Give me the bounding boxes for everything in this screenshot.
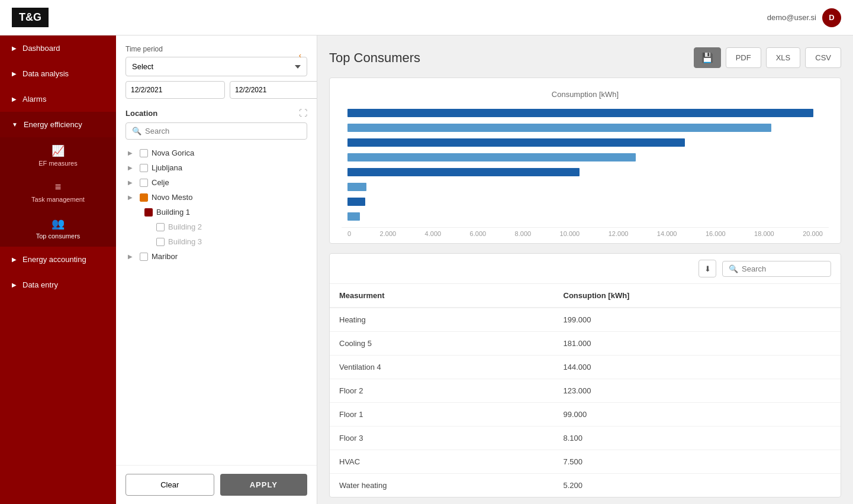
- filter-panel: ‹ Time period Select Location ⛶ 🔍: [116, 35, 317, 504]
- users-icon: 👥: [51, 217, 65, 230]
- sidebar-item-top-consumers[interactable]: 👥 Top consumers: [0, 210, 116, 247]
- cell-value: 181.000: [554, 332, 841, 356]
- tree-checkbox-maribor[interactable]: [140, 253, 148, 261]
- xls-button[interactable]: XLS: [766, 47, 801, 68]
- tree-checkbox-building-3[interactable]: [156, 238, 165, 246]
- chart-bar-row: [347, 151, 823, 163]
- date-from-input[interactable]: [125, 81, 225, 99]
- collapse-panel-button[interactable]: ‹: [289, 41, 311, 69]
- tree-checkbox-celje[interactable]: [140, 179, 148, 187]
- chart-bar: [347, 183, 366, 191]
- chart-bar: [347, 138, 685, 147]
- cell-measurement: Heating: [330, 308, 554, 332]
- novo-mesto-children: Building 1 Building 2 Building 3: [125, 205, 307, 249]
- tree-checkbox-nova-gorica[interactable]: [140, 149, 148, 157]
- search-icon: 🔍: [729, 264, 738, 273]
- sidebar-item-energy-accounting[interactable]: ▶ Energy accounting: [0, 247, 116, 272]
- table-header-row: Measurment Consuption [kWh]: [330, 284, 841, 308]
- chart-bar-row: [347, 122, 823, 134]
- clear-button[interactable]: Clear: [125, 474, 214, 496]
- tree-label-nova-gorica: Nova Gorica: [152, 148, 194, 157]
- chart-axis-label: 6.000: [470, 230, 487, 237]
- cell-measurement: Floor 1: [330, 403, 554, 427]
- chart-axis-label: 8.000: [515, 230, 532, 237]
- chart-icon: 📈: [51, 144, 65, 157]
- tree-item-ljubljana[interactable]: ▶ Ljubljana: [125, 160, 307, 175]
- save-button[interactable]: 💾: [694, 47, 721, 68]
- tree-item-novo-mesto[interactable]: ▶ Novo Mesto: [125, 190, 307, 205]
- tree-checkbox-building-2[interactable]: [156, 223, 165, 231]
- location-search-input[interactable]: [145, 127, 301, 135]
- cell-measurement: HVAC: [330, 450, 554, 474]
- location-header: Location ⛶: [125, 108, 307, 118]
- cell-measurement: Floor 2: [330, 379, 554, 403]
- tree-label-building-1: Building 1: [156, 208, 190, 217]
- chart-bars: [342, 107, 829, 222]
- date-to-input[interactable]: [230, 81, 317, 99]
- tree-item-building-2[interactable]: Building 2: [142, 219, 307, 234]
- tree-item-nova-gorica[interactable]: ▶ Nova Gorica: [125, 146, 307, 160]
- chart-bar-row: [347, 137, 823, 148]
- sidebar-nav: ▶ Dashboard ▶ Data analysis ▶ Alarms ▼ E…: [0, 35, 116, 504]
- chevron-right-icon: ▶: [12, 96, 17, 102]
- chart-bar-row: [347, 211, 823, 222]
- filter-content: Time period Select Location ⛶ 🔍 ▶: [116, 35, 317, 465]
- chevron-right-icon: ▶: [12, 256, 17, 263]
- sidebar-item-alarms[interactable]: ▶ Alarms: [0, 86, 116, 112]
- app-logo: T&G: [12, 8, 49, 27]
- time-period-select[interactable]: Select: [125, 57, 307, 76]
- chart-bar: [347, 153, 636, 161]
- chart-bar: [347, 168, 580, 176]
- tree-item-building-1[interactable]: Building 1: [142, 205, 307, 219]
- chevron-right-icon: ▶: [12, 45, 17, 51]
- tree-label-maribor: Maribor: [152, 252, 178, 261]
- cell-value: 8.100: [554, 427, 841, 450]
- sidebar-item-data-analysis[interactable]: ▶ Data analysis: [0, 61, 116, 86]
- chevron-right-icon: ▶: [12, 282, 17, 288]
- tree-item-maribor[interactable]: ▶ Maribor: [125, 249, 307, 264]
- table-row: HVAC7.500: [330, 450, 841, 474]
- tree-label-novo-mesto: Novo Mesto: [152, 193, 192, 202]
- chart-bar: [347, 198, 365, 206]
- chart-axis-label: 0: [347, 230, 351, 237]
- csv-button[interactable]: CSV: [805, 47, 841, 68]
- tree-item-celje[interactable]: ▶ Celje: [125, 175, 307, 190]
- sidebar-item-ef-measures[interactable]: 📈 EF measures: [0, 137, 116, 174]
- chart-bar: [347, 212, 360, 221]
- table-row: Floor 38.100: [330, 427, 841, 450]
- user-avatar[interactable]: D: [822, 8, 841, 27]
- download-button[interactable]: ⬇: [699, 260, 716, 277]
- tree-checkbox-ljubljana[interactable]: [140, 164, 148, 172]
- building-selected-indicator: [144, 208, 153, 217]
- sidebar-submenu: 📈 EF measures ≡ Task management 👥 Top co…: [0, 137, 116, 247]
- sidebar-item-dashboard[interactable]: ▶ Dashboard: [0, 35, 116, 61]
- chart-axis-label: 16.000: [706, 230, 726, 237]
- chevron-right-icon: ▶: [128, 150, 136, 156]
- sidebar-item-task-management[interactable]: ≡ Task management: [0, 174, 116, 210]
- date-range: [125, 81, 307, 99]
- chevron-down-icon: ▶: [128, 194, 136, 201]
- chevron-right-icon: ▶: [12, 70, 17, 77]
- table-search-input[interactable]: [742, 264, 825, 273]
- table-row: Floor 199.000: [330, 403, 841, 427]
- cell-measurement: Ventilation 4: [330, 356, 554, 379]
- chevron-right-icon: ▶: [128, 253, 136, 260]
- expand-icon[interactable]: ⛶: [299, 108, 307, 118]
- pdf-button[interactable]: PDF: [726, 47, 761, 68]
- tree-item-building-3[interactable]: Building 3: [142, 234, 307, 249]
- location-tree: ▶ Nova Gorica ▶ Ljubljana ▶ Celje: [125, 146, 307, 264]
- chart-bar: [347, 109, 813, 117]
- table-row: Cooling 5181.000: [330, 332, 841, 356]
- table-row: Ventilation 4144.000: [330, 356, 841, 379]
- col-consumption: Consuption [kWh]: [554, 284, 841, 308]
- user-info: demo@user.si D: [767, 8, 841, 27]
- apply-button[interactable]: APPLY: [220, 474, 308, 496]
- sidebar-item-data-entry[interactable]: ▶ Data entry: [0, 272, 116, 298]
- tree-checkbox-novo-mesto[interactable]: [140, 193, 148, 202]
- location-search-box: 🔍: [125, 122, 307, 140]
- cell-measurement: Floor 3: [330, 427, 554, 450]
- table-search-box: 🔍: [722, 261, 831, 277]
- tree-label-ljubljana: Ljubljana: [152, 163, 182, 172]
- sidebar-item-energy-efficiency[interactable]: ▼ Energy efficiency: [0, 112, 116, 137]
- cell-measurement: Water heating: [330, 474, 554, 497]
